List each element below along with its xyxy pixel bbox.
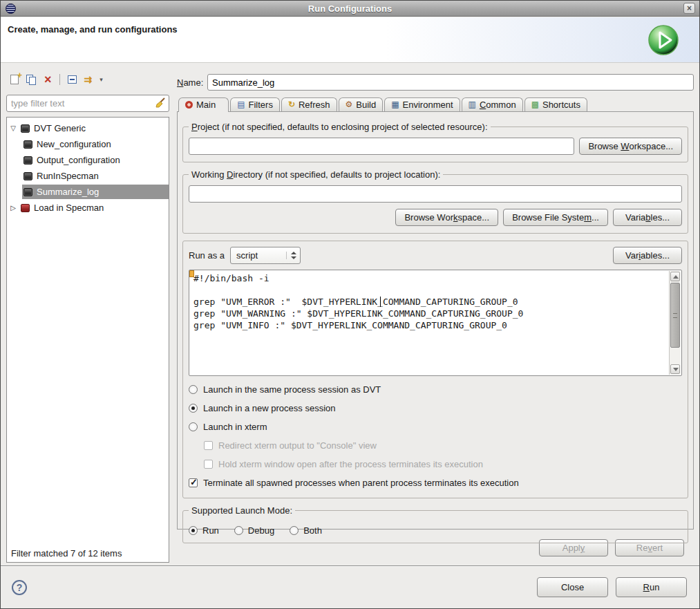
radio-checked-icon[interactable] bbox=[189, 526, 198, 535]
mode-debug-radio[interactable]: Debug bbox=[234, 525, 274, 536]
run-as-combo[interactable]: script bbox=[230, 247, 301, 264]
tree-item-output-configuration[interactable]: Output_configuration bbox=[7, 152, 169, 168]
radio-unchecked-icon[interactable] bbox=[234, 526, 243, 535]
run-as-value: script bbox=[236, 250, 283, 261]
wd-browse-file-system-button[interactable]: Browse File System... bbox=[503, 209, 608, 226]
launch-mode-title: Supported Launch Mode: bbox=[189, 505, 295, 516]
launch-mode-group: Supported Launch Mode: Run Debug Both bbox=[182, 505, 688, 543]
delete-configuration-icon[interactable]: × bbox=[44, 75, 52, 84]
run-as-label: Run as a bbox=[189, 250, 225, 261]
terminate-spawned-checkbox-row[interactable]: Terminate all spawned processes when par… bbox=[189, 478, 682, 488]
script-line: grep "UVM_INFO :" $DVT_HYPERLINK_COMMAND… bbox=[193, 319, 665, 331]
launch-option-xterm[interactable]: Launch in xterm bbox=[189, 422, 682, 432]
script-line: grep "UVM_WARNING :" $DVT_HYPERLINK_COMM… bbox=[193, 308, 665, 319]
tab-main[interactable]: Main bbox=[178, 97, 229, 112]
expander-collapsed-icon[interactable]: ▷ bbox=[7, 204, 19, 212]
text-caret bbox=[380, 297, 381, 307]
tree-item-dvt-generic[interactable]: ▽ DVT Generic bbox=[7, 120, 169, 136]
radio-checked-icon[interactable] bbox=[189, 404, 198, 413]
console-icon bbox=[23, 156, 32, 165]
scroll-up-icon[interactable] bbox=[670, 272, 680, 281]
tab-bar: Main ▤ Filters ↻ Refresh ⚙ Build ▦ Envir… bbox=[177, 97, 694, 111]
quick-assist-marker-icon bbox=[189, 270, 194, 277]
titlebar[interactable]: Run Configurations × bbox=[1, 1, 699, 17]
close-window-button[interactable]: × bbox=[683, 3, 695, 14]
build-tab-icon: ⚙ bbox=[346, 100, 353, 109]
working-directory-input[interactable] bbox=[189, 185, 682, 203]
dialog-button-bar: ? Close Run bbox=[1, 565, 699, 608]
radio-unchecked-icon[interactable] bbox=[189, 385, 198, 394]
tab-filters[interactable]: ▤ Filters bbox=[230, 97, 280, 111]
run-button[interactable]: Run bbox=[616, 577, 687, 597]
console-icon bbox=[23, 140, 32, 149]
filter-configurations-icon[interactable]: ⇉ bbox=[84, 74, 93, 85]
scrollbar-thumb[interactable] bbox=[670, 283, 680, 348]
run-banner-icon bbox=[647, 24, 680, 57]
scroll-down-icon[interactable] bbox=[670, 364, 680, 374]
tab-common[interactable]: ▥ Common bbox=[462, 97, 523, 111]
script-editor[interactable]: #!/bin/bash -i grep "UVM_ERROR :" $DVT_H… bbox=[189, 270, 682, 376]
console-icon bbox=[23, 172, 32, 180]
launch-option-same-session[interactable]: Launch in the same process session as DV… bbox=[189, 384, 682, 395]
checkbox-unchecked-icon bbox=[204, 460, 213, 469]
specman-icon bbox=[21, 204, 30, 212]
tree-item-new-configuration[interactable]: New_configuration bbox=[7, 136, 169, 152]
checkbox-unchecked-icon bbox=[204, 441, 213, 450]
tree-item-label: Load in Specman bbox=[34, 203, 104, 213]
collapse-all-icon[interactable] bbox=[68, 75, 77, 84]
working-directory-group: Working Directory (if not specified, def… bbox=[182, 169, 688, 234]
run-variables-button[interactable]: Variables... bbox=[613, 247, 682, 264]
radio-unchecked-icon[interactable] bbox=[189, 422, 198, 431]
clear-filter-broom-icon[interactable] bbox=[155, 97, 166, 109]
filters-tab-icon: ▤ bbox=[237, 100, 245, 109]
name-label: Name: bbox=[177, 77, 207, 88]
checkbox-checked-icon[interactable] bbox=[189, 478, 198, 487]
duplicate-configuration-icon[interactable] bbox=[26, 75, 37, 85]
tree-item-summarize-log[interactable]: Summarize_log bbox=[7, 184, 169, 200]
tab-shortcuts[interactable]: ▩ Shortcuts bbox=[524, 97, 587, 111]
common-tab-icon: ▥ bbox=[469, 100, 476, 109]
hold-xterm-checkbox-row: Hold xterm window open after the process… bbox=[204, 459, 682, 469]
toolbar-menu-chevron-icon[interactable]: ▾ bbox=[100, 76, 103, 83]
tree-item-label: Summarize_log bbox=[37, 187, 99, 197]
toolbar-separator bbox=[59, 74, 60, 85]
expander-expanded-icon[interactable]: ▽ bbox=[7, 124, 19, 132]
tree-item-label: DVT Generic bbox=[34, 123, 86, 133]
tree-item-runinspecman[interactable]: RunInSpecman bbox=[7, 168, 169, 184]
project-group-title: Project (if not specified, defaults to e… bbox=[189, 122, 491, 132]
run-group: Run as a script Variables... #!/bin/bash… bbox=[182, 241, 688, 498]
wd-browse-workspace-button[interactable]: Browse Workspace... bbox=[395, 209, 498, 226]
dialog-description: Create, manage, and run configurations bbox=[8, 24, 178, 35]
configurations-tree[interactable]: ▽ DVT Generic New_configuration Output_c… bbox=[6, 117, 169, 563]
new-configuration-icon[interactable] bbox=[10, 75, 19, 84]
script-scrollbar[interactable] bbox=[669, 271, 681, 375]
tab-environment[interactable]: ▦ Environment bbox=[384, 97, 460, 111]
main-tab-icon bbox=[185, 101, 193, 109]
working-directory-group-title: Working Directory (if not specified, def… bbox=[189, 169, 443, 180]
tab-refresh[interactable]: ↻ Refresh bbox=[281, 97, 337, 111]
refresh-tab-icon: ↻ bbox=[288, 100, 295, 109]
project-browse-workspace-button[interactable]: Browse Workspace... bbox=[579, 138, 682, 155]
script-line bbox=[193, 284, 665, 296]
close-button[interactable]: Close bbox=[537, 577, 608, 597]
dialog-header: Create, manage, and run configurations bbox=[1, 17, 699, 63]
window-title: Run Configurations bbox=[1, 3, 699, 14]
console-icon bbox=[23, 188, 32, 196]
filter-input[interactable] bbox=[6, 95, 169, 112]
radio-unchecked-icon[interactable] bbox=[290, 526, 299, 535]
help-icon[interactable]: ? bbox=[12, 580, 27, 595]
main-tab-content: Project (if not specified, defaults to e… bbox=[177, 111, 694, 530]
mode-run-radio[interactable]: Run bbox=[189, 525, 219, 536]
combo-spinner-icon bbox=[286, 252, 296, 259]
project-input[interactable] bbox=[189, 138, 574, 155]
mode-both-radio[interactable]: Both bbox=[290, 525, 322, 536]
script-line: #!/bin/bash -i bbox=[193, 272, 665, 284]
tab-build[interactable]: ⚙ Build bbox=[339, 97, 384, 111]
console-icon bbox=[21, 124, 30, 133]
tree-item-load-in-specman[interactable]: ▷ Load in Specman bbox=[7, 200, 169, 216]
wd-variables-button[interactable]: Variables... bbox=[613, 209, 682, 226]
launch-option-new-session[interactable]: Launch in a new process session bbox=[189, 403, 682, 413]
name-input[interactable] bbox=[207, 74, 694, 91]
environment-tab-icon: ▦ bbox=[391, 100, 399, 109]
configurations-sidebar: × ⇉ ▾ ▽ DVT Generic New_configuration bbox=[5, 63, 171, 563]
